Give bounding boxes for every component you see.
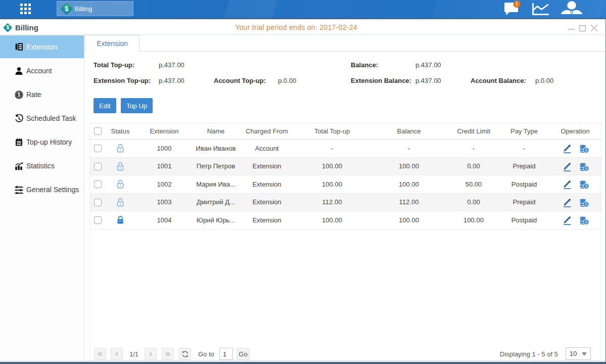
svg-text:!: ! xyxy=(516,1,518,7)
svg-text:$: $ xyxy=(585,202,587,207)
svg-text:$: $ xyxy=(18,92,21,98)
svg-text:$: $ xyxy=(585,219,587,224)
svg-text:$: $ xyxy=(585,184,587,189)
svg-text:$: $ xyxy=(585,166,587,171)
svg-text:$: $ xyxy=(585,148,587,153)
